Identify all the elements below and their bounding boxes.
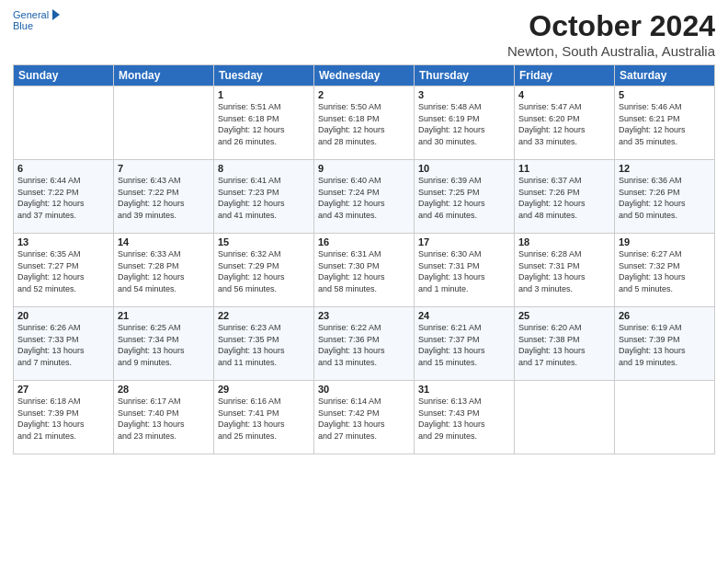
day-number: 1 (218, 89, 310, 100)
calendar-cell: 11Sunrise: 6:37 AM Sunset: 7:26 PM Dayli… (515, 160, 615, 234)
day-number: 8 (218, 163, 310, 174)
calendar-cell: 31Sunrise: 6:13 AM Sunset: 7:43 PM Dayli… (415, 381, 515, 454)
day-number: 29 (218, 384, 310, 395)
calendar-cell: 10Sunrise: 6:39 AM Sunset: 7:25 PM Dayli… (415, 160, 515, 234)
calendar-week-row: 6Sunrise: 6:44 AM Sunset: 7:22 PM Daylig… (14, 160, 715, 234)
day-number: 28 (118, 384, 210, 395)
logo-general: General (13, 9, 49, 20)
calendar-cell: 24Sunrise: 6:21 AM Sunset: 7:37 PM Dayli… (415, 307, 515, 381)
day-number: 7 (118, 163, 210, 174)
day-info: Sunrise: 5:46 AM Sunset: 6:21 PM Dayligh… (619, 101, 711, 147)
day-number: 2 (318, 89, 410, 100)
calendar-cell: 29Sunrise: 6:16 AM Sunset: 7:41 PM Dayli… (214, 381, 314, 454)
calendar-cell: 17Sunrise: 6:30 AM Sunset: 7:31 PM Dayli… (415, 234, 515, 307)
day-number: 30 (318, 384, 410, 395)
day-info: Sunrise: 6:17 AM Sunset: 7:40 PM Dayligh… (118, 396, 210, 442)
title-block: October 2024 Newton, South Australia, Au… (507, 9, 715, 59)
calendar-week-row: 27Sunrise: 6:18 AM Sunset: 7:39 PM Dayli… (14, 381, 715, 454)
day-info: Sunrise: 6:14 AM Sunset: 7:42 PM Dayligh… (318, 396, 410, 442)
calendar-table: Sunday Monday Tuesday Wednesday Thursday… (13, 64, 715, 454)
day-info: Sunrise: 6:21 AM Sunset: 7:37 PM Dayligh… (418, 322, 510, 368)
day-number: 4 (518, 89, 610, 100)
calendar-cell (515, 381, 615, 454)
logo: General Blue (13, 9, 60, 31)
day-info: Sunrise: 6:23 AM Sunset: 7:35 PM Dayligh… (218, 322, 310, 368)
day-info: Sunrise: 6:44 AM Sunset: 7:22 PM Dayligh… (17, 175, 109, 221)
page: General Blue October 2024 Newton, South … (0, 0, 728, 563)
day-info: Sunrise: 5:50 AM Sunset: 6:18 PM Dayligh… (318, 101, 410, 147)
day-info: Sunrise: 6:20 AM Sunset: 7:38 PM Dayligh… (518, 322, 610, 368)
calendar-cell: 22Sunrise: 6:23 AM Sunset: 7:35 PM Dayli… (214, 307, 314, 381)
calendar-cell: 2Sunrise: 5:50 AM Sunset: 6:18 PM Daylig… (314, 86, 415, 160)
calendar-cell: 4Sunrise: 5:47 AM Sunset: 6:20 PM Daylig… (515, 86, 615, 160)
day-number: 23 (318, 310, 410, 321)
calendar-cell: 27Sunrise: 6:18 AM Sunset: 7:39 PM Dayli… (14, 381, 114, 454)
day-info: Sunrise: 6:25 AM Sunset: 7:34 PM Dayligh… (118, 322, 210, 368)
day-info: Sunrise: 6:16 AM Sunset: 7:41 PM Dayligh… (218, 396, 310, 442)
calendar-cell: 14Sunrise: 6:33 AM Sunset: 7:28 PM Dayli… (114, 234, 214, 307)
day-number: 6 (17, 163, 109, 174)
calendar-cell: 12Sunrise: 6:36 AM Sunset: 7:26 PM Dayli… (615, 160, 715, 234)
calendar-cell (14, 86, 114, 160)
calendar-cell: 21Sunrise: 6:25 AM Sunset: 7:34 PM Dayli… (114, 307, 214, 381)
day-number: 25 (518, 310, 610, 321)
day-info: Sunrise: 6:35 AM Sunset: 7:27 PM Dayligh… (17, 248, 109, 294)
calendar-cell: 5Sunrise: 5:46 AM Sunset: 6:21 PM Daylig… (615, 86, 715, 160)
calendar-cell: 6Sunrise: 6:44 AM Sunset: 7:22 PM Daylig… (14, 160, 114, 234)
calendar-cell: 9Sunrise: 6:40 AM Sunset: 7:24 PM Daylig… (314, 160, 415, 234)
calendar-cell: 1Sunrise: 5:51 AM Sunset: 6:18 PM Daylig… (214, 86, 314, 160)
col-saturday: Saturday (615, 65, 715, 86)
calendar-week-row: 13Sunrise: 6:35 AM Sunset: 7:27 PM Dayli… (14, 234, 715, 307)
calendar-week-row: 20Sunrise: 6:26 AM Sunset: 7:33 PM Dayli… (14, 307, 715, 381)
calendar-cell: 28Sunrise: 6:17 AM Sunset: 7:40 PM Dayli… (114, 381, 214, 454)
day-number: 5 (619, 89, 711, 100)
day-number: 16 (318, 236, 410, 247)
day-number: 17 (418, 236, 510, 247)
day-info: Sunrise: 6:32 AM Sunset: 7:29 PM Dayligh… (218, 248, 310, 294)
day-number: 19 (619, 236, 711, 247)
day-number: 22 (218, 310, 310, 321)
calendar-cell: 18Sunrise: 6:28 AM Sunset: 7:31 PM Dayli… (515, 234, 615, 307)
calendar-cell: 20Sunrise: 6:26 AM Sunset: 7:33 PM Dayli… (14, 307, 114, 381)
calendar-header-row: Sunday Monday Tuesday Wednesday Thursday… (14, 65, 715, 86)
logo-arrow-icon (52, 9, 60, 20)
logo-blue: Blue (13, 20, 60, 31)
day-info: Sunrise: 6:28 AM Sunset: 7:31 PM Dayligh… (518, 248, 610, 294)
header: General Blue October 2024 Newton, South … (13, 9, 715, 59)
col-monday: Monday (114, 65, 214, 86)
col-friday: Friday (515, 65, 615, 86)
day-number: 11 (518, 163, 610, 174)
day-number: 21 (118, 310, 210, 321)
day-number: 26 (619, 310, 711, 321)
page-subtitle: Newton, South Australia, Australia (507, 43, 715, 59)
day-number: 20 (17, 310, 109, 321)
calendar-cell (114, 86, 214, 160)
day-number: 24 (418, 310, 510, 321)
calendar-week-row: 1Sunrise: 5:51 AM Sunset: 6:18 PM Daylig… (14, 86, 715, 160)
day-info: Sunrise: 6:39 AM Sunset: 7:25 PM Dayligh… (418, 175, 510, 221)
calendar-cell: 30Sunrise: 6:14 AM Sunset: 7:42 PM Dayli… (314, 381, 415, 454)
day-info: Sunrise: 5:48 AM Sunset: 6:19 PM Dayligh… (418, 101, 510, 147)
calendar-cell: 15Sunrise: 6:32 AM Sunset: 7:29 PM Dayli… (214, 234, 314, 307)
calendar-cell (615, 381, 715, 454)
day-info: Sunrise: 6:36 AM Sunset: 7:26 PM Dayligh… (619, 175, 711, 221)
col-tuesday: Tuesday (214, 65, 314, 86)
col-sunday: Sunday (14, 65, 114, 86)
day-info: Sunrise: 6:18 AM Sunset: 7:39 PM Dayligh… (17, 396, 109, 442)
col-thursday: Thursday (415, 65, 515, 86)
col-wednesday: Wednesday (314, 65, 415, 86)
day-info: Sunrise: 5:51 AM Sunset: 6:18 PM Dayligh… (218, 101, 310, 147)
day-info: Sunrise: 6:31 AM Sunset: 7:30 PM Dayligh… (318, 248, 410, 294)
calendar-cell: 13Sunrise: 6:35 AM Sunset: 7:27 PM Dayli… (14, 234, 114, 307)
page-title: October 2024 (507, 9, 715, 43)
day-number: 31 (418, 384, 510, 395)
day-number: 14 (118, 236, 210, 247)
day-number: 13 (17, 236, 109, 247)
day-number: 12 (619, 163, 711, 174)
day-number: 3 (418, 89, 510, 100)
day-number: 15 (218, 236, 310, 247)
day-info: Sunrise: 6:30 AM Sunset: 7:31 PM Dayligh… (418, 248, 510, 294)
day-number: 18 (518, 236, 610, 247)
calendar-cell: 8Sunrise: 6:41 AM Sunset: 7:23 PM Daylig… (214, 160, 314, 234)
calendar-cell: 26Sunrise: 6:19 AM Sunset: 7:39 PM Dayli… (615, 307, 715, 381)
